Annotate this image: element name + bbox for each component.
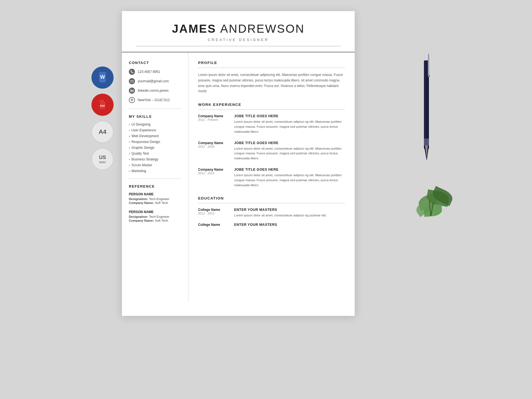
email-text: yourmail@gmail.com bbox=[138, 79, 169, 83]
edu-college: College Name bbox=[198, 208, 229, 212]
contact-location: NewYork – G142 D12 bbox=[129, 97, 181, 103]
work-right: JOBE TITLE GOES HERE Lorem ipsum dolor s… bbox=[234, 168, 345, 188]
ref-designation: Designation: Tech Engineer bbox=[129, 197, 181, 201]
sidebar-icons: W PDF A4 US letter bbox=[89, 11, 116, 316]
ref-name: PERSON NAME bbox=[129, 210, 181, 214]
skill-item: Quality Test bbox=[129, 152, 181, 155]
skill-item: Scrum Master bbox=[129, 163, 181, 167]
work-date: 2012 - 2016 bbox=[198, 145, 229, 148]
profile-section-title: PROFILE bbox=[198, 61, 345, 65]
svg-rect-19 bbox=[428, 75, 430, 77]
svg-rect-18 bbox=[428, 54, 429, 76]
ref-designation: Designation: Tech Engineer bbox=[129, 215, 181, 218]
work-left: Company Name 2012 - 2014 bbox=[198, 168, 229, 188]
skill-item: UI Designing bbox=[129, 122, 181, 126]
edu-college: College Name bbox=[198, 223, 229, 227]
right-column: PROFILE Lorem ipsum dolor sit amet, cons… bbox=[188, 52, 355, 302]
education-section: EDUCATION College Name 2012 - 2013 ENTER… bbox=[198, 196, 345, 228]
work-description: Lorem ipsum dolor sit amet, consectetuer… bbox=[234, 146, 345, 161]
svg-rect-15 bbox=[424, 139, 429, 145]
svg-rect-14 bbox=[424, 61, 426, 147]
word-icon[interactable]: W bbox=[91, 66, 114, 89]
full-name: JAMES ANDREWSON bbox=[136, 22, 341, 35]
contact-title: CONTACT bbox=[129, 61, 181, 65]
work-title: JOBE TITLE GOES HERE bbox=[234, 141, 345, 145]
a4-icon[interactable]: A4 bbox=[91, 121, 114, 143]
work-title: JOBE TITLE GOES HERE bbox=[234, 168, 345, 172]
education-entry: College Name 2012 - 2013 ENTER YOUR MAST… bbox=[198, 208, 345, 218]
work-entry: Company Name 2012 - 2014 JOBE TITLE GOES… bbox=[198, 168, 345, 188]
reference-block: PERSON NAME Designation: Tech Engineer C… bbox=[129, 210, 181, 222]
location-icon bbox=[129, 97, 135, 103]
phone-text: 123-4567 8951 bbox=[138, 70, 160, 74]
reference-title: REFERENCE bbox=[129, 184, 181, 188]
skill-item: Web Development bbox=[129, 134, 181, 138]
edu-right: ENTER YOUR MASTERS Lorem ipsum dolor sit… bbox=[234, 208, 345, 218]
education-entry: College Name ENTER YOUR MASTERS bbox=[198, 223, 345, 228]
edu-degree: ENTER YOUR MASTERS bbox=[234, 208, 345, 212]
last-name: ANDREWSON bbox=[220, 22, 305, 35]
pen-illustration bbox=[418, 53, 435, 163]
skill-item: User Experience bbox=[129, 128, 181, 132]
skill-item: Responsive Design bbox=[129, 140, 181, 144]
skill-item: Marketing bbox=[129, 169, 181, 173]
work-left: Company Name 2012 - Present bbox=[198, 114, 229, 134]
edu-degree: ENTER YOUR MASTERS bbox=[234, 223, 345, 227]
skill-item: Graphic Design bbox=[129, 146, 181, 150]
right-decoration bbox=[410, 53, 443, 222]
ref-company: Company Name: Soft Tech bbox=[129, 201, 181, 204]
resume-card: JAMES ANDREWSON CREATIVE DESIGNER CONTAC… bbox=[122, 11, 355, 316]
location-text: NewYork – G142 D12 bbox=[138, 98, 170, 102]
phone-icon bbox=[129, 69, 135, 75]
linkedin-text: linkedin.com/s.james bbox=[138, 89, 168, 93]
edu-left: College Name bbox=[198, 223, 229, 228]
education-section-title: EDUCATION bbox=[198, 196, 345, 200]
resume-header: JAMES ANDREWSON CREATIVE DESIGNER bbox=[122, 11, 355, 52]
svg-text:PDF: PDF bbox=[100, 104, 105, 107]
ref-name: PERSON NAME bbox=[129, 192, 181, 196]
contact-email: yourmail@gmail.com bbox=[129, 78, 181, 84]
contact-linkedin: linkedin.com/s.james bbox=[129, 88, 181, 94]
resume-body: CONTACT 123-4567 8951 bbox=[122, 52, 355, 302]
job-title: CREATIVE DESIGNER bbox=[136, 38, 341, 42]
first-name: JAMES bbox=[172, 22, 216, 35]
pdf-icon[interactable]: PDF bbox=[91, 94, 114, 116]
svg-rect-12 bbox=[425, 53, 428, 61]
work-entry: Company Name 2012 - 2016 JOBE TITLE GOES… bbox=[198, 141, 345, 161]
work-description: Lorem ipsum dolor sit amet, consectetuer… bbox=[234, 173, 345, 188]
skill-item: Business Strategy bbox=[129, 157, 181, 161]
edu-left: College Name 2012 - 2013 bbox=[198, 208, 229, 218]
reference-block: PERSON NAME Designation: Tech Engineer C… bbox=[129, 192, 181, 204]
work-left: Company Name 2012 - 2016 bbox=[198, 141, 229, 161]
svg-rect-9 bbox=[131, 90, 131, 92]
skills-title: MY SKILLS bbox=[129, 114, 181, 119]
edu-right: ENTER YOUR MASTERS bbox=[234, 223, 345, 228]
a4-label: A4 bbox=[99, 128, 106, 135]
us-label: US bbox=[99, 155, 106, 160]
left-column: CONTACT 123-4567 8951 bbox=[122, 52, 188, 302]
edu-date: 2012 - 2013 bbox=[198, 212, 229, 215]
work-entry: Company Name 2012 - Present JOBE TITLE G… bbox=[198, 114, 345, 134]
svg-point-10 bbox=[131, 89, 131, 90]
work-right: JOBE TITLE GOES HERE Lorem ipsum dolor s… bbox=[234, 141, 345, 161]
linkedin-icon bbox=[129, 88, 135, 94]
work-date: 2012 - Present bbox=[198, 118, 229, 121]
work-title: JOBE TITLE GOES HERE bbox=[234, 114, 345, 118]
svg-rect-7 bbox=[104, 100, 106, 101]
work-company: Company Name bbox=[198, 168, 229, 172]
email-icon bbox=[129, 78, 135, 84]
contact-phone: 123-4567 8951 bbox=[129, 69, 181, 75]
profile-section: PROFILE Lorem ipsum dolor sit amet, cons… bbox=[198, 61, 345, 94]
work-company: Company Name bbox=[198, 114, 229, 118]
work-company: Company Name bbox=[198, 141, 229, 145]
us-sublabel: letter bbox=[99, 160, 106, 164]
work-description: Lorem ipsum dolor sit amet, consectetuer… bbox=[234, 119, 345, 134]
work-section-title: WORK EXPERIENCE bbox=[198, 103, 345, 107]
svg-text:W: W bbox=[100, 74, 105, 80]
ref-company: Company Name: Soft Tech bbox=[129, 219, 181, 222]
work-section: WORK EXPERIENCE Company Name 2012 - Pres… bbox=[198, 103, 345, 188]
plant-illustration bbox=[410, 166, 460, 222]
work-date: 2012 - 2014 bbox=[198, 172, 229, 175]
skills-list: UI DesigningUser ExperienceWeb Developme… bbox=[129, 122, 181, 173]
us-icon[interactable]: US letter bbox=[91, 148, 114, 170]
